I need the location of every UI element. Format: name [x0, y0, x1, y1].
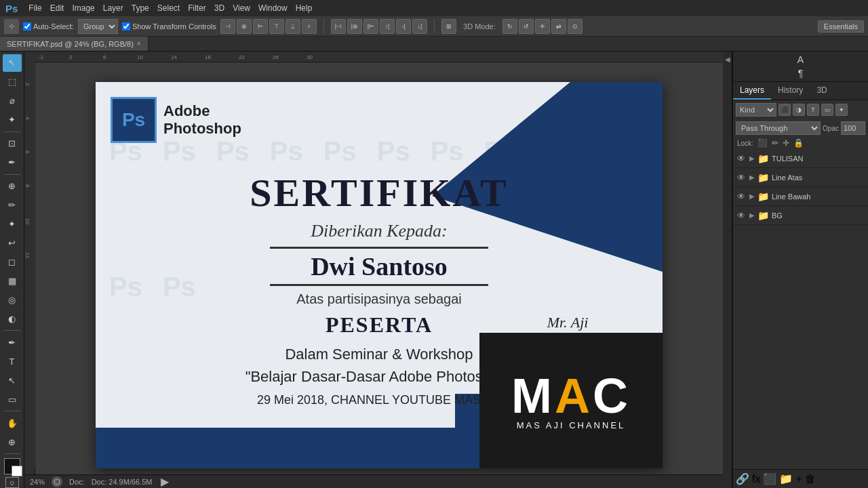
- layer-expand-icon[interactable]: ▶: [749, 155, 755, 162]
- filter-type-btn[interactable]: T: [807, 104, 819, 116]
- dist-mid-btn[interactable]: -|: [396, 19, 411, 34]
- menu-select[interactable]: Select: [157, 3, 180, 13]
- align-right-btn[interactable]: ⊢: [253, 19, 268, 34]
- menu-3d[interactable]: 3D: [214, 3, 224, 13]
- lock-all-icon[interactable]: 🔒: [793, 138, 804, 148]
- marquee-tool[interactable]: ⬚: [3, 73, 22, 91]
- history-brush-tool[interactable]: ↩: [3, 235, 22, 252]
- align-middle-btn[interactable]: ⊥: [285, 19, 300, 34]
- path-select-tool[interactable]: ↖: [3, 371, 22, 389]
- paragraph-panel-icon[interactable]: ¶: [798, 68, 804, 79]
- layer-visibility-icon[interactable]: 👁: [736, 154, 747, 163]
- delete-layer-btn[interactable]: 🗑: [805, 473, 816, 485]
- layer-visibility-icon[interactable]: 👁: [736, 173, 747, 182]
- magic-wand-tool[interactable]: ✦: [3, 111, 22, 129]
- menu-edit[interactable]: Edit: [50, 3, 64, 13]
- layer-item[interactable]: 👁 ▶ 📁 BG: [733, 206, 868, 225]
- align-center-h-btn[interactable]: ⊕: [237, 19, 252, 34]
- blend-mode-select[interactable]: Pass Through: [736, 121, 821, 135]
- dist-left-btn[interactable]: |⊣: [331, 19, 346, 34]
- hand-tool[interactable]: ✋: [3, 414, 22, 432]
- lock-position-icon[interactable]: ✛: [783, 138, 789, 148]
- align-bottom-btn[interactable]: ⊦: [302, 19, 317, 34]
- panel-collapse-btn[interactable]: ◀: [723, 52, 732, 488]
- shape-tool[interactable]: ▭: [3, 390, 22, 408]
- toolbar-separator-5: [4, 453, 20, 454]
- auto-select-dropdown[interactable]: Group: [78, 19, 118, 34]
- opacity-input[interactable]: [841, 121, 865, 135]
- folder-icon: 📁: [757, 153, 769, 164]
- menu-filter[interactable]: Filter: [188, 3, 206, 13]
- align-left-btn[interactable]: ⊣: [220, 19, 235, 34]
- background-color[interactable]: [12, 466, 22, 476]
- text-tool[interactable]: T: [3, 352, 22, 370]
- link-layers-btn[interactable]: 🔗: [736, 472, 749, 485]
- brush-tool[interactable]: ✏: [3, 197, 22, 214]
- status-arrow-btn[interactable]: ▶: [159, 476, 170, 487]
- lock-paint-icon[interactable]: ✏: [772, 138, 778, 148]
- 3d-btn4[interactable]: ⇄: [551, 19, 566, 34]
- show-transform-checkbox[interactable]: [122, 22, 130, 30]
- arrange-btn[interactable]: ⊞: [441, 19, 456, 34]
- layer-visibility-icon[interactable]: 👁: [736, 211, 747, 220]
- proof-icon[interactable]: [52, 476, 62, 487]
- crop-tool[interactable]: ⊡: [3, 135, 22, 152]
- menu-file[interactable]: File: [28, 3, 41, 13]
- auto-select-checkbox[interactable]: [23, 22, 31, 30]
- 3d-btn5[interactable]: ⊙: [568, 19, 583, 34]
- character-panel-icon[interactable]: A: [797, 54, 804, 65]
- panel-icon-strip: A ¶: [733, 52, 868, 82]
- layer-item[interactable]: 👁 ▶ 📁 Line Atas: [733, 168, 868, 187]
- menu-help[interactable]: Help: [296, 3, 313, 13]
- gradient-tool[interactable]: ▦: [3, 272, 22, 289]
- tab-history[interactable]: History: [771, 82, 810, 100]
- menu-layer[interactable]: Layer: [103, 3, 123, 13]
- foreground-color[interactable]: [4, 458, 20, 474]
- layer-item[interactable]: 👁 ▶ 📁 Line Bawah: [733, 187, 868, 206]
- layer-expand-icon[interactable]: ▶: [749, 211, 755, 219]
- menu-view[interactable]: View: [233, 3, 250, 13]
- layer-expand-icon[interactable]: ▶: [749, 174, 755, 181]
- canvas-scroll[interactable]: Ps Ps Ps Ps Ps Ps Ps Ps Ps Ps Ps: [35, 62, 723, 488]
- filter-shape-btn[interactable]: ▭: [821, 104, 833, 116]
- filter-smart-btn[interactable]: ✦: [835, 104, 848, 116]
- tab-layers[interactable]: Layers: [733, 82, 771, 100]
- document-tab[interactable]: SERTIFIKAT.psd @ 24% (BG, RGB/8) ×: [0, 37, 149, 51]
- 3d-btn1[interactable]: ↻: [502, 19, 517, 34]
- layer-expand-icon[interactable]: ▶: [749, 192, 755, 200]
- 3d-btn3[interactable]: ✛: [535, 19, 550, 34]
- filter-pixel-btn[interactable]: ⬛: [778, 104, 791, 116]
- layer-item[interactable]: 👁 ▶ 📁 TULISAN: [733, 149, 868, 168]
- dist-bot-btn[interactable]: ↓|: [412, 19, 427, 34]
- zoom-tool[interactable]: ⊕: [3, 433, 22, 451]
- filter-adj-btn[interactable]: ◑: [793, 104, 805, 116]
- dist-right-btn[interactable]: |⊢: [363, 19, 378, 34]
- lock-transparency-icon[interactable]: ⬛: [757, 138, 768, 148]
- eraser-tool[interactable]: ◻: [3, 253, 22, 271]
- 3d-btn2[interactable]: ↺: [519, 19, 534, 34]
- align-top-btn[interactable]: ⊤: [269, 19, 284, 34]
- tab-close-btn[interactable]: ×: [137, 40, 141, 47]
- eyedropper-tool[interactable]: ✒: [3, 154, 22, 171]
- pen-tool[interactable]: ✒: [3, 333, 22, 351]
- quick-mask-btn[interactable]: Q: [5, 477, 19, 488]
- new-layer-btn[interactable]: +: [795, 473, 802, 485]
- menu-image[interactable]: Image: [72, 3, 94, 13]
- blur-tool[interactable]: ◎: [3, 291, 22, 308]
- add-mask-btn[interactable]: ⬛: [763, 472, 776, 485]
- menu-window[interactable]: Window: [258, 3, 288, 13]
- add-style-btn[interactable]: fx: [752, 473, 760, 485]
- new-group-btn[interactable]: 📁: [779, 472, 793, 485]
- dist-center-btn[interactable]: |⊕: [347, 19, 362, 34]
- menu-type[interactable]: Type: [132, 3, 149, 13]
- layer-visibility-icon[interactable]: 👁: [736, 192, 747, 201]
- essentials-button[interactable]: Essentials: [818, 20, 864, 33]
- move-tool[interactable]: ↖: [3, 54, 22, 72]
- lasso-tool[interactable]: ⌀: [3, 92, 22, 110]
- dodge-tool[interactable]: ◐: [3, 310, 22, 327]
- dist-top-btn[interactable]: ↑|: [380, 19, 395, 34]
- healing-brush-tool[interactable]: ⊕: [3, 178, 22, 195]
- filter-kind-select[interactable]: Kind: [736, 103, 776, 117]
- clone-stamp-tool[interactable]: ✦: [3, 216, 22, 233]
- tab-3d[interactable]: 3D: [810, 82, 833, 100]
